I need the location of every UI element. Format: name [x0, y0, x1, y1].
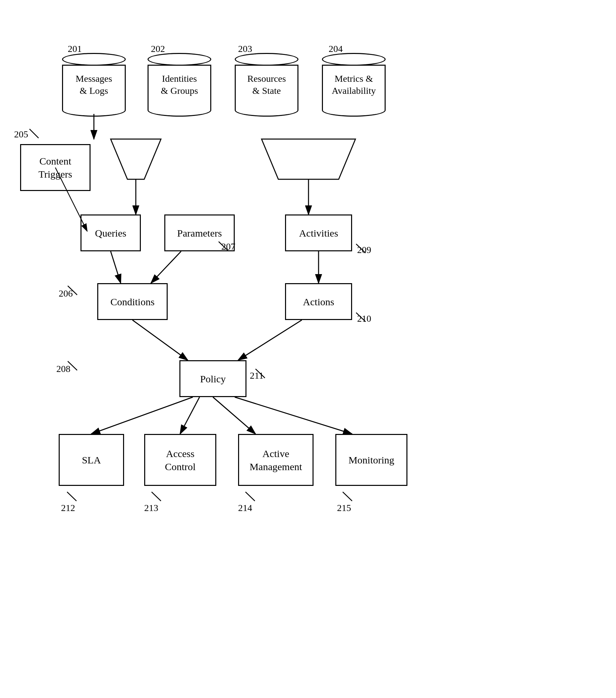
cylinder-203: Resources& State [235, 52, 299, 117]
svg-line-9 [151, 251, 181, 283]
box-content-triggers: ContentTriggers [20, 144, 91, 191]
ref-202: 202 [151, 44, 165, 54]
cylinder-top-201 [62, 53, 126, 66]
ref-211: 211 [250, 370, 263, 381]
ref-204: 204 [329, 44, 343, 54]
cylinder-202: Identities& Groups [148, 52, 211, 117]
box-monitoring: Monitoring [335, 434, 408, 486]
ref-214: 214 [238, 503, 252, 513]
cylinder-label-204: Metrics &Availability [330, 71, 377, 98]
svg-line-8 [111, 251, 121, 283]
ref-206: 206 [59, 288, 73, 299]
box-label-queries: Queries [95, 226, 126, 240]
ref-207: 207 [221, 241, 235, 252]
svg-line-20 [343, 492, 352, 501]
ref-205: 205 [14, 129, 28, 140]
box-policy: Policy [179, 360, 246, 397]
box-label-policy: Policy [200, 372, 226, 385]
svg-line-14 [180, 397, 200, 434]
box-sla: SLA [59, 434, 124, 486]
box-activities: Activities [285, 214, 352, 251]
box-label-content-triggers: ContentTriggers [39, 154, 72, 181]
ref-212: 212 [61, 503, 75, 513]
cylinder-label-203: Resources& State [246, 71, 287, 98]
cylinder-top-203 [235, 53, 299, 66]
ref-210: 210 [357, 313, 371, 324]
box-conditions: Conditions [97, 283, 168, 320]
cylinder-body-201: Messages& Logs [62, 65, 126, 105]
svg-line-17 [67, 492, 77, 501]
svg-line-11 [133, 320, 188, 360]
ref-203: 203 [238, 44, 252, 54]
svg-line-18 [152, 492, 161, 501]
ref-209: 209 [357, 245, 371, 255]
box-label-parameters: Parameters [177, 226, 222, 240]
cylinder-bottom-201 [62, 104, 126, 116]
cylinder-201: Messages& Logs [62, 52, 126, 117]
box-active-management: ActiveManagement [238, 434, 314, 486]
ref-208-label: 208 [56, 364, 70, 374]
cylinder-body-203: Resources& State [235, 65, 299, 105]
cylinder-body-204: Metrics &Availability [322, 65, 386, 105]
cylinder-label-201: Messages& Logs [74, 71, 114, 98]
cylinder-bottom-203 [235, 104, 299, 116]
box-actions: Actions [285, 283, 352, 320]
ref-213: 213 [144, 503, 158, 513]
box-label-active-management: ActiveManagement [249, 447, 302, 473]
box-label-sla: SLA [82, 453, 101, 466]
box-label-access-control: AccessControl [165, 447, 196, 473]
svg-line-16 [235, 397, 352, 434]
cylinder-204: Metrics &Availability [322, 52, 386, 117]
box-label-monitoring: Monitoring [348, 453, 394, 466]
cylinder-bottom-204 [322, 104, 386, 116]
svg-marker-5 [262, 139, 355, 179]
cylinder-label-202: Identities& Groups [159, 71, 199, 98]
ref-201: 201 [68, 44, 82, 54]
svg-line-13 [91, 397, 193, 434]
ref-215: 215 [337, 503, 351, 513]
svg-marker-3 [111, 139, 161, 179]
cylinder-top-202 [148, 53, 211, 66]
cylinder-top-204 [322, 53, 386, 66]
box-label-actions: Actions [303, 295, 334, 308]
box-label-conditions: Conditions [110, 295, 154, 308]
svg-line-21 [29, 129, 39, 138]
svg-line-15 [213, 397, 256, 434]
box-access-control: AccessControl [144, 434, 216, 486]
cylinder-body-202: Identities& Groups [148, 65, 211, 105]
box-label-activities: Activities [299, 226, 338, 240]
svg-line-19 [245, 492, 255, 501]
box-queries: Queries [81, 214, 141, 251]
cylinder-bottom-202 [148, 104, 211, 116]
svg-line-12 [238, 320, 302, 360]
